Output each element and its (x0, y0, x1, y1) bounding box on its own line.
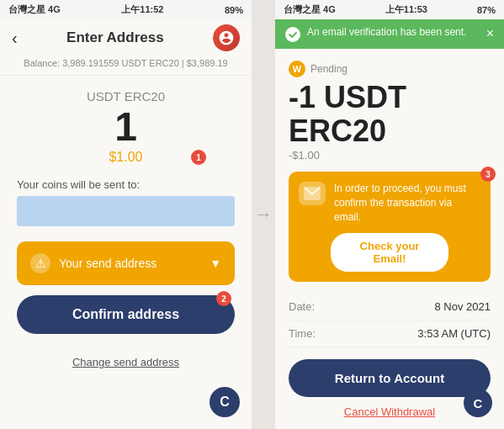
left-main-content: USDT ERC20 1 $1.00 Your coins will be se… (0, 76, 252, 429)
pending-badge: W Pending (289, 61, 491, 77)
page-title: Enter Address (66, 29, 164, 46)
badge-1: 1 (191, 150, 206, 165)
left-panel: 台灣之星 4G 上午11:52 89% ‹ Enter Address Bala… (0, 0, 252, 429)
tx-amount-display: -1 USDT ERC20 (289, 81, 491, 147)
left-time: 上午11:52 (121, 3, 163, 16)
notification-text: An email verification has been sent. (307, 26, 480, 38)
back-button[interactable]: ‹ (12, 29, 18, 48)
warning-icon: ⚠ (30, 253, 50, 273)
left-carrier: 台灣之星 4G (8, 3, 61, 16)
pending-label: Pending (310, 63, 347, 75)
email-verify-text: In order to proceed, you must confirm th… (334, 182, 480, 224)
right-carrier: 台灣之星 4G (284, 3, 336, 16)
notification-bar: An email verification has been sent. × (275, 19, 504, 49)
change-address-link[interactable]: Change send address (72, 356, 179, 368)
crypto-logo-right: C (464, 389, 492, 417)
left-nav-bar: ‹ Enter Address (0, 19, 252, 56)
date-row: Date: 8 Nov 2021 (289, 294, 491, 320)
balance-display: Balance: 3,989.191559 USDT ERC20 | $3,98… (0, 56, 252, 76)
email-icon (299, 182, 326, 205)
check-icon (285, 27, 300, 42)
confirm-address-button[interactable]: Confirm address (17, 295, 235, 334)
date-label: Date: (289, 300, 315, 313)
arrow-divider: → (252, 0, 275, 429)
right-status-bar: 台灣之星 4G 上午11:53 87% (275, 0, 504, 19)
email-verify-box: In order to proceed, you must confirm th… (289, 172, 491, 281)
send-address-label: Your send address (59, 257, 157, 270)
chevron-down-icon: ▼ (210, 257, 221, 270)
badge-3: 3 (480, 167, 496, 182)
avatar[interactable] (213, 24, 240, 51)
amount-display: 1 (114, 105, 137, 150)
amount-usd-display: $1.00 (109, 150, 142, 165)
time-row: Time: 3:53 AM (UTC) (289, 320, 491, 347)
return-to-account-button[interactable]: Return to Account (289, 359, 491, 397)
tx-usd-display: -$1.00 (289, 149, 491, 162)
time-label: Time: (289, 327, 316, 340)
send-address-button[interactable]: ⚠ Your send address ▼ (17, 241, 235, 285)
check-email-button[interactable]: Check your Email! (331, 233, 448, 272)
right-main-content: W Pending -1 USDT ERC20 -$1.00 In order … (275, 49, 504, 429)
coin-type-label: USDT ERC20 (87, 89, 165, 103)
left-battery: 89% (225, 5, 243, 15)
pending-w-icon: W (289, 61, 305, 77)
crypto-logo-left: C (210, 387, 240, 417)
right-battery: 87% (477, 5, 496, 15)
right-time: 上午11:53 (385, 3, 427, 16)
cancel-withdrawal-link[interactable]: Cancel Withdrawal (289, 405, 491, 418)
date-value: 8 Nov 2021 (435, 300, 491, 313)
send-to-label: Your coins will be sent to: (17, 178, 235, 191)
notification-close-button[interactable]: × (486, 26, 494, 41)
badge-2: 2 (216, 291, 231, 306)
time-value: 3:53 AM (UTC) (417, 327, 491, 340)
left-status-bar: 台灣之星 4G 上午11:52 89% (0, 0, 252, 19)
send-address-input[interactable] (17, 196, 235, 226)
right-panel: 台灣之星 4G 上午11:53 87% An email verificatio… (275, 0, 504, 429)
